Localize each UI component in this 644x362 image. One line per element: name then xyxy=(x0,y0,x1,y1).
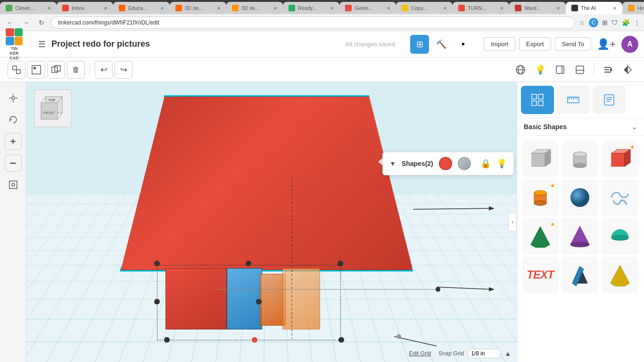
tab-close[interactable]: ✕ xyxy=(330,6,334,11)
forward-btn[interactable]: → xyxy=(20,17,32,28)
stamp-btn[interactable] xyxy=(571,61,589,79)
shape-item-sphere-blue[interactable] xyxy=(562,180,597,215)
shapes-category-dropdown[interactable]: Basic Shapes ⌄ xyxy=(517,118,644,136)
ungroup-btn[interactable] xyxy=(27,61,45,79)
flip-btn[interactable] xyxy=(619,61,636,79)
grid-view-btn[interactable]: ⊞ xyxy=(410,35,429,54)
tab-label: Copy... xyxy=(411,5,427,11)
tab-inbox[interactable]: Inbox ✕ xyxy=(57,2,113,14)
import-btn[interactable]: Import xyxy=(484,37,515,51)
tab-3dde2[interactable]: 3D de... ✕ xyxy=(226,2,283,14)
rotate-view-btn[interactable] xyxy=(5,111,22,128)
bulb-btn[interactable]: 💡 xyxy=(531,61,549,79)
tab-close[interactable]: ✕ xyxy=(613,6,617,11)
shape-item-cone-purple[interactable] xyxy=(562,219,597,254)
handle-ml[interactable] xyxy=(154,299,160,304)
shape-item-pyramid-yellow[interactable] xyxy=(603,257,637,292)
hammer-btn[interactable]: 🔨 xyxy=(432,35,451,54)
undo-btn[interactable]: ↩ xyxy=(95,61,113,79)
tab-close[interactable]: ✕ xyxy=(160,6,164,11)
shape-item-cylinder-gray[interactable] xyxy=(562,141,597,176)
tab-close[interactable]: ✕ xyxy=(47,6,51,11)
popup-color-red[interactable] xyxy=(439,157,452,170)
group-btn[interactable] xyxy=(8,61,25,79)
orange-box-1-shape[interactable] xyxy=(260,274,286,326)
red-box-shape[interactable] xyxy=(165,268,227,329)
tab-ward[interactable]: Ward... ✕ xyxy=(509,2,566,14)
tab-close[interactable]: ✕ xyxy=(104,6,107,11)
note-btn[interactable] xyxy=(551,61,569,79)
add-user-btn[interactable]: 👤+ xyxy=(597,38,616,50)
shield-icon[interactable]: 🛡 xyxy=(611,19,618,26)
tab-howt[interactable]: How t... ✕ xyxy=(622,2,644,14)
tab-educa[interactable]: Educa... ✕ xyxy=(113,2,170,14)
zoom-in-btn[interactable]: + xyxy=(5,133,22,150)
tab-turn[interactable]: TURN... ✕ xyxy=(453,2,509,14)
send-to-btn[interactable]: Send To xyxy=(555,37,591,51)
snap-expand-btn[interactable]: ▲ xyxy=(504,350,511,357)
handle-tl[interactable] xyxy=(154,261,160,266)
menu-toggle-btn[interactable]: ☰ xyxy=(38,39,46,49)
duplicate-btn[interactable] xyxy=(47,61,65,79)
tab-close[interactable]: ✕ xyxy=(556,6,560,11)
delete-btn[interactable]: 🗑 xyxy=(67,61,85,79)
box-btn[interactable]: ▪ xyxy=(454,35,472,54)
refresh-btn[interactable]: ↻ xyxy=(36,17,47,28)
extension-icon[interactable]: 🧩 xyxy=(622,19,630,26)
redo-btn[interactable]: ↪ xyxy=(115,61,132,79)
address-input[interactable] xyxy=(51,16,575,29)
tab-close[interactable]: ✕ xyxy=(217,6,221,11)
popup-bulb-icon[interactable]: 💡 xyxy=(496,158,507,169)
snap-value-input[interactable] xyxy=(468,349,501,358)
shape-item-box-gray[interactable] xyxy=(523,141,558,176)
handle-br[interactable] xyxy=(339,337,344,343)
panel-tab-note[interactable] xyxy=(593,86,626,114)
tab-copy[interactable]: Copy... ✕ xyxy=(396,2,453,14)
tab-close[interactable]: ✕ xyxy=(500,6,504,11)
handle-mr[interactable] xyxy=(256,299,262,304)
tab-close[interactable]: ✕ xyxy=(273,6,277,11)
orange-box-2-shape[interactable] xyxy=(282,268,320,329)
menu-icon[interactable]: ⋮ xyxy=(634,19,640,26)
chrome-icon[interactable]: C xyxy=(589,18,598,27)
zoom-out-btn[interactable]: − xyxy=(5,155,22,172)
shape-item-half-teal[interactable] xyxy=(603,219,637,254)
fit-view-btn[interactable] xyxy=(5,176,22,193)
user-avatar[interactable]: A xyxy=(621,36,638,53)
star-icon[interactable]: ☆ xyxy=(579,19,585,26)
tinkercad-logo[interactable]: TINKERCAD xyxy=(6,28,23,60)
qr-icon[interactable]: ⊞ xyxy=(602,19,608,26)
tab-clever[interactable]: Clever... ✕ xyxy=(0,2,57,14)
shape-item-pyramid-green[interactable]: ★ xyxy=(523,219,558,254)
shape-item-prism-blue[interactable] xyxy=(562,257,597,292)
panel-collapse-btn[interactable]: › xyxy=(508,213,517,231)
edit-grid-btn[interactable]: Edit Grid xyxy=(409,350,431,357)
view-3d-btn[interactable] xyxy=(512,61,529,79)
popup-lock-icon[interactable]: 🔒 xyxy=(480,158,491,169)
red-trapezoid-shape[interactable] xyxy=(121,96,413,271)
canvas-area[interactable]: TOP FRONT xyxy=(26,82,517,362)
handle-bl[interactable] xyxy=(164,337,170,343)
shape-item-squiggle[interactable] xyxy=(603,180,637,215)
handle-bc[interactable] xyxy=(252,337,257,343)
tab-theai[interactable]: The AI ✕ xyxy=(566,2,622,14)
tab-3dde1[interactable]: 3D de... ✕ xyxy=(170,2,226,14)
tab-close[interactable]: ✕ xyxy=(387,6,390,11)
shape-item-box-red[interactable]: ★ xyxy=(603,141,637,176)
shape-item-text-red[interactable]: TEXT xyxy=(523,257,558,292)
panel-tab-grid[interactable] xyxy=(521,86,554,114)
align-btn[interactable] xyxy=(599,61,617,79)
panel-tab-ruler[interactable] xyxy=(557,86,590,114)
back-btn[interactable]: ← xyxy=(4,17,16,28)
shape-item-cylinder-orange[interactable]: ★ xyxy=(523,180,558,215)
handle-tr[interactable] xyxy=(338,261,343,266)
handle-tc[interactable] xyxy=(246,261,251,266)
tab-geolo[interactable]: Geolo... ✕ xyxy=(339,2,396,14)
svg-rect-0 xyxy=(13,66,17,70)
home-view-btn[interactable] xyxy=(5,90,22,107)
tab-ready[interactable]: Ready... ✕ xyxy=(283,2,339,14)
tab-close[interactable]: ✕ xyxy=(443,6,447,11)
export-btn[interactable]: Export xyxy=(519,37,551,51)
popup-dropdown-arrow[interactable]: ▼ xyxy=(389,160,396,167)
popup-color-gray[interactable] xyxy=(458,157,471,170)
